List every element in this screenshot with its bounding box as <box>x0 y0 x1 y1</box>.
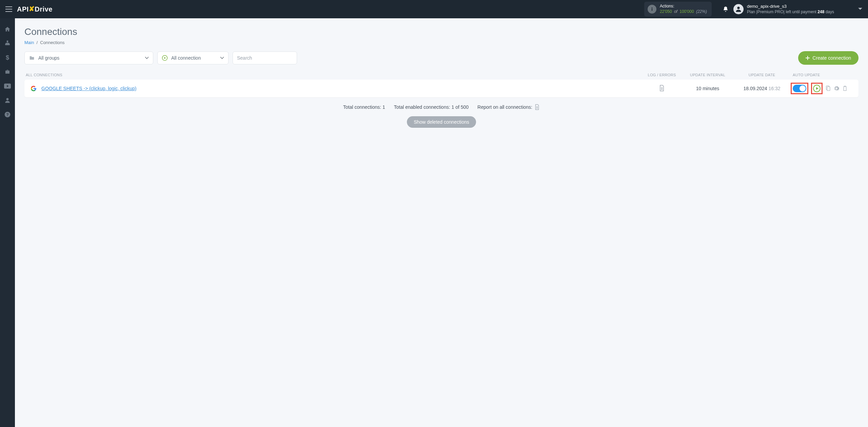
svg-point-2 <box>737 7 739 9</box>
main-content: Connections Main / Connections All group… <box>15 18 868 427</box>
folder-icon <box>29 56 35 60</box>
col-all: ALL CONNECTIONS <box>24 73 642 77</box>
info-icon <box>648 5 656 14</box>
svg-rect-5 <box>7 44 8 45</box>
page-title: Connections <box>24 26 859 37</box>
highlight-toggle <box>791 83 808 94</box>
plus-icon <box>806 56 810 60</box>
total-enabled: Total enabled connections: 1 of 500 <box>394 104 469 110</box>
auto-update-toggle[interactable] <box>793 85 806 92</box>
highlight-play <box>811 83 823 94</box>
connection-title[interactable]: GOOGLE SHEETS -> (clickup, logic, clicku… <box>41 86 136 91</box>
breadcrumb-current: Connections <box>40 40 64 45</box>
svg-rect-1 <box>652 9 652 11</box>
totals-row: Total connections: 1 Total enabled conne… <box>24 104 859 110</box>
logo[interactable]: API✘Drive <box>17 5 53 13</box>
topbar: API✘Drive Actions: 22'050 of 100'000 (22… <box>0 0 868 18</box>
actions-used: 22'050 <box>660 9 672 14</box>
show-deleted-button[interactable]: Show deleted connections <box>407 116 476 128</box>
svg-text:$: $ <box>6 54 9 61</box>
dollar-icon[interactable]: $ <box>4 54 11 61</box>
search-input[interactable] <box>233 52 297 64</box>
chevron-down-icon <box>220 57 224 59</box>
row-interval: 10 minutes <box>682 86 733 91</box>
col-date: UPDATE DATE <box>733 73 791 77</box>
svg-rect-14 <box>827 87 830 91</box>
create-label: Create connection <box>812 55 851 61</box>
total-connections: Total connections: 1 <box>343 104 385 110</box>
groups-select[interactable]: All groups <box>24 52 153 64</box>
hamburger-icon[interactable] <box>5 6 12 12</box>
chevron-down-icon <box>858 7 863 11</box>
play-button[interactable] <box>813 85 821 92</box>
connection-select[interactable]: All connection <box>157 52 229 64</box>
gear-icon[interactable] <box>833 85 840 92</box>
col-auto: AUTO UPDATE <box>791 73 859 77</box>
chevron-down-icon <box>145 57 149 59</box>
user-icon[interactable] <box>4 97 11 104</box>
actions-total: 100'000 <box>679 9 694 14</box>
groups-label: All groups <box>38 55 59 61</box>
svg-point-0 <box>651 7 652 8</box>
svg-rect-6 <box>8 44 9 45</box>
copy-icon[interactable] <box>825 85 831 92</box>
actions-text: Actions: 22'050 of 100'000 (22%) <box>660 4 707 14</box>
sidebar: $ ? <box>0 18 15 427</box>
connection-label: All connection <box>171 55 201 61</box>
user-name: demo_apix-drive_s3 <box>747 4 834 9</box>
user-plan: Plan |Premium PRO| left until payment 24… <box>747 9 834 15</box>
svg-text:?: ? <box>6 112 8 117</box>
breadcrumb: Main / Connections <box>24 40 859 45</box>
filters-row: All groups All connection Create connect… <box>24 51 859 65</box>
svg-rect-4 <box>5 44 6 45</box>
table-header: ALL CONNECTIONS LOG / ERRORS UPDATE INTE… <box>24 71 859 80</box>
home-icon[interactable] <box>4 26 11 33</box>
report-link[interactable]: Report on all connections: <box>477 104 540 110</box>
google-icon <box>31 85 37 92</box>
briefcase-icon[interactable] <box>4 68 11 75</box>
actions-of: of <box>674 9 677 14</box>
svg-rect-3 <box>7 41 8 42</box>
avatar-icon <box>733 4 744 14</box>
row-date: 18.09.2024 16:32 <box>733 86 791 91</box>
log-icon[interactable] <box>642 85 682 93</box>
create-connection-button[interactable]: Create connection <box>798 51 859 65</box>
breadcrumb-main[interactable]: Main <box>24 40 34 45</box>
col-log: LOG / ERRORS <box>642 73 682 77</box>
youtube-icon[interactable] <box>4 83 11 89</box>
actions-box[interactable]: Actions: 22'050 of 100'000 (22%) <box>644 2 712 16</box>
trash-icon[interactable] <box>842 85 848 92</box>
play-circle-icon <box>162 55 168 61</box>
user-menu[interactable]: demo_apix-drive_s3 Plan |Premium PRO| le… <box>733 4 863 15</box>
col-interval: UPDATE INTERVAL <box>682 73 733 77</box>
sitemap-icon[interactable] <box>4 40 11 47</box>
bell-icon[interactable] <box>723 6 729 13</box>
actions-label: Actions: <box>660 4 707 9</box>
help-icon[interactable]: ? <box>4 111 11 118</box>
table-row: GOOGLE SHEETS -> (clickup, logic, clicku… <box>24 80 859 97</box>
actions-pct: (22%) <box>696 9 707 14</box>
svg-point-9 <box>6 98 9 100</box>
